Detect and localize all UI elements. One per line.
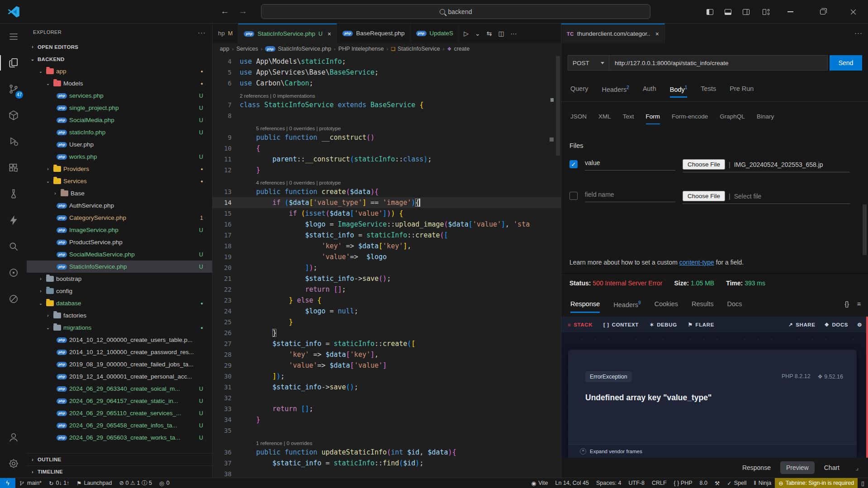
tree-folder-config[interactable]: ›config bbox=[27, 285, 212, 297]
code-line[interactable]: 21 $static_info->save(); bbox=[213, 273, 561, 284]
ninja[interactable]: ‖Ninja bbox=[750, 478, 775, 488]
response-mode-button[interactable]: Response bbox=[736, 461, 777, 474]
outline-section[interactable]: › OUTLINE bbox=[27, 453, 212, 465]
body-tab-graphql[interactable]: GraphQL bbox=[720, 113, 745, 124]
ignition-flare-tab[interactable]: ⚑FLARE bbox=[688, 322, 714, 328]
toggle-secondary-sidebar-icon[interactable] bbox=[740, 6, 751, 17]
code-line[interactable]: 18 'key' => $data['key'], bbox=[213, 241, 561, 251]
tools-icon[interactable]: ⚒ bbox=[711, 478, 723, 488]
expand-vendor-frames[interactable]: ^ Expand vendor frames bbox=[568, 444, 857, 458]
code-line[interactable]: 25 } bbox=[213, 317, 561, 327]
codelens-row[interactable]: 2 references | 0 implementations bbox=[213, 89, 561, 99]
code-line[interactable]: 9 public function __construct() bbox=[213, 132, 561, 143]
choose-file-button[interactable]: Choose File bbox=[683, 191, 725, 201]
tree-folder-bootstrap[interactable]: ›bootstrap bbox=[27, 273, 212, 285]
body-tab-binary[interactable]: Binary bbox=[757, 113, 774, 124]
ports[interactable]: ◎0 bbox=[156, 478, 173, 488]
response-splitter[interactable] bbox=[561, 273, 868, 274]
source-control-icon[interactable]: 47 bbox=[0, 76, 27, 102]
timeline-section[interactable]: › TIMELINE bbox=[27, 465, 212, 478]
request-tab-body[interactable]: Body1 bbox=[670, 85, 688, 98]
response-tab-docs[interactable]: Docs bbox=[727, 300, 742, 313]
code-line[interactable]: 26 } bbox=[213, 327, 561, 338]
body-tab-form[interactable]: Form bbox=[646, 113, 660, 124]
tree-file-staticinfo-php[interactable]: phpstaticInfo.phpU bbox=[27, 126, 212, 138]
codelens-references[interactable]: 5 references | 0 overrides | prototype bbox=[256, 126, 341, 132]
tree-file-staticinfoservice-php[interactable]: phpStaticInfoService.phpU bbox=[27, 261, 212, 273]
code-line[interactable]: 4use App\Models\staticInfo; bbox=[213, 56, 561, 67]
value-checkbox[interactable]: ✓ bbox=[569, 160, 578, 168]
code-line[interactable]: 34 } bbox=[213, 414, 561, 425]
nav-forward-icon[interactable]: → bbox=[236, 5, 250, 18]
response-tab-results[interactable]: Results bbox=[692, 300, 713, 313]
codelens-row[interactable]: 5 references | 0 overrides | prototype bbox=[213, 121, 561, 132]
tree-folder-app[interactable]: ⌄app● bbox=[27, 65, 212, 77]
run-dropdown-icon[interactable]: ⌄ bbox=[475, 30, 480, 37]
tree-folder-database[interactable]: ⌄database● bbox=[27, 297, 212, 309]
code-line[interactable]: 12 } bbox=[213, 165, 561, 175]
tree-file-authservice-php[interactable]: phpAuthService.php bbox=[27, 199, 212, 212]
search-icon[interactable] bbox=[0, 233, 27, 260]
code-line[interactable]: 16 $logo = ImageService::upload_image($d… bbox=[213, 219, 561, 230]
code-line[interactable]: 8 bbox=[213, 110, 561, 121]
problems[interactable]: ⊘ 0 ⚠ 1 ⓘ 5 bbox=[115, 478, 155, 488]
eol[interactable]: CRLF bbox=[648, 478, 670, 488]
tree-file-socialmedia-php[interactable]: phpSocialMedia.phpU bbox=[27, 114, 212, 126]
tree-folder-providers[interactable]: ›Providers● bbox=[27, 163, 212, 175]
launchpad[interactable]: ⚑Launchpad bbox=[73, 478, 115, 488]
tree-file-imageservice-php[interactable]: phpImageService.phpU bbox=[27, 224, 212, 236]
code-line[interactable]: 14 if ($data['value_type'] == 'image'){ bbox=[213, 197, 561, 208]
code-line[interactable]: 29 'value'=> $data['value'] bbox=[213, 360, 561, 371]
code-line[interactable]: 30 ]); bbox=[213, 371, 561, 382]
code-line[interactable]: 5use App\Services\Base\BaseService; bbox=[213, 67, 561, 78]
tree-file-2024-06-29-064157-create-static-in-[interactable]: php2024_06_29_064157_create_static_in...… bbox=[27, 395, 212, 407]
code-line[interactable]: 22 return []; bbox=[213, 284, 561, 295]
tree-file-2024-06-29-065110-create-services-[interactable]: php2024_06_29_065110_create_services_...… bbox=[27, 407, 212, 419]
run-button[interactable]: ▷ bbox=[464, 30, 469, 37]
response-tab-response[interactable]: Response bbox=[570, 300, 600, 313]
body-tab-text[interactable]: Text bbox=[623, 113, 634, 124]
explorer-more-icon[interactable]: ··· bbox=[198, 28, 206, 36]
minimize-button[interactable] bbox=[785, 6, 796, 17]
format-braces-icon[interactable]: {} bbox=[844, 300, 849, 308]
body-tab-form-encode[interactable]: Form-encode bbox=[672, 113, 708, 124]
ignition-settings-button[interactable]: ⚙ bbox=[857, 322, 862, 328]
code-line[interactable]: 33 return []; bbox=[213, 403, 561, 414]
chart-mode-button[interactable]: Chart bbox=[818, 461, 845, 474]
codelens-references[interactable]: 2 references | 0 implementations bbox=[240, 93, 315, 99]
ignition-context-tab[interactable]: [ ]CONTEXT bbox=[603, 322, 639, 328]
code-line[interactable]: 36 public function updateStaticInfo(int … bbox=[213, 447, 561, 458]
code-line[interactable]: 23 } else { bbox=[213, 295, 561, 306]
content-type-link[interactable]: content-type bbox=[679, 259, 714, 266]
toggle-sidebar-icon[interactable] bbox=[704, 6, 715, 17]
code-line[interactable]: 35 bbox=[213, 425, 561, 436]
tree-file-categoryservice-php[interactable]: phpCategoryService.php1 bbox=[27, 212, 212, 224]
tabnine[interactable]: ⊖Tabnine: Sign-in is required bbox=[775, 478, 858, 488]
empty-checkbox[interactable] bbox=[569, 192, 578, 200]
body-tab-json[interactable]: JSON bbox=[570, 113, 587, 124]
breadcrumb-item-create[interactable]: ❖create bbox=[447, 46, 470, 52]
tree-file-2014-10-12-100000-create-password-res-[interactable]: php2014_10_12_100000_create_password_res… bbox=[27, 346, 212, 358]
cursor-position[interactable]: Ln 14, Col 45 bbox=[552, 478, 593, 488]
breadcrumb-item-services[interactable]: Services bbox=[237, 46, 258, 52]
ignition-share-button[interactable]: ↗SHARE bbox=[788, 322, 816, 328]
blocked-icon[interactable] bbox=[0, 286, 27, 312]
field-name-placeholder-input[interactable]: field name bbox=[585, 191, 675, 202]
tree-file-2019-12-14-000001-create-personal-acc-[interactable]: php2019_12_14_000001_create_personal_acc… bbox=[27, 370, 212, 383]
request-tab-query[interactable]: Query bbox=[570, 85, 588, 98]
remote-explorer-icon[interactable] bbox=[0, 260, 27, 286]
preview-mode-button[interactable]: Preview bbox=[780, 461, 815, 474]
code-line[interactable]: 6use Carbon\Carbon; bbox=[213, 78, 561, 89]
code-line[interactable]: 31 $static_info->save(); bbox=[213, 382, 561, 393]
field-name-input[interactable]: value bbox=[585, 159, 675, 171]
breadcrumb-item-staticinfoservice[interactable]: ❏StaticInfoService bbox=[391, 46, 440, 52]
body-tab-xml[interactable]: XML bbox=[598, 113, 611, 124]
codelens-row[interactable]: 4 references | 0 overrides | prototype bbox=[213, 175, 561, 186]
code-line[interactable]: 28 'key' => $data['key'], bbox=[213, 349, 561, 360]
customize-layout-icon[interactable] bbox=[760, 6, 771, 17]
response-tab-cookies[interactable]: Cookies bbox=[655, 300, 678, 313]
code-line[interactable]: 7class StaticInfoService extends BaseSer… bbox=[213, 99, 561, 110]
tree-file-productservice-php[interactable]: phpProductService.php bbox=[27, 236, 212, 248]
tree-file-user-php[interactable]: phpUser.php bbox=[27, 138, 212, 151]
code-line[interactable]: 32 bbox=[213, 393, 561, 403]
